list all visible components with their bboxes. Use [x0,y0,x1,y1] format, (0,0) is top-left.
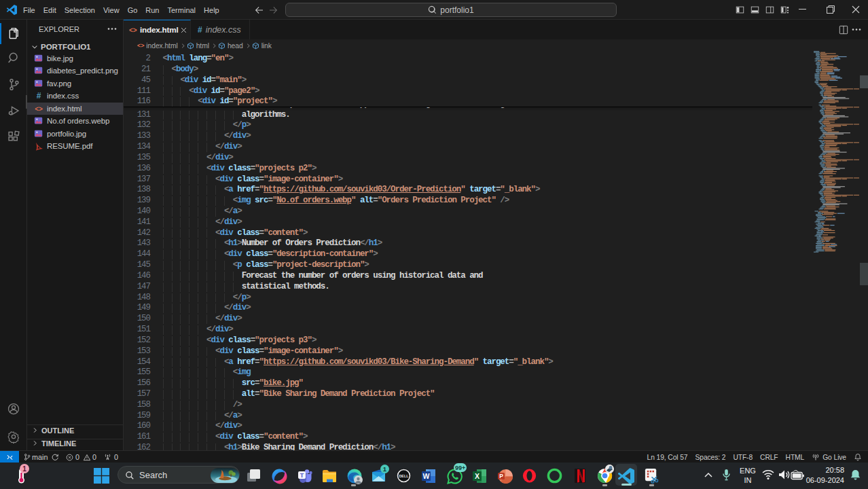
svg-text:T: T [300,472,304,479]
svg-text:X: X [475,472,480,480]
svg-text:DELL: DELL [399,474,409,478]
svg-text:P: P [499,473,503,479]
svg-text:W: W [423,472,430,480]
